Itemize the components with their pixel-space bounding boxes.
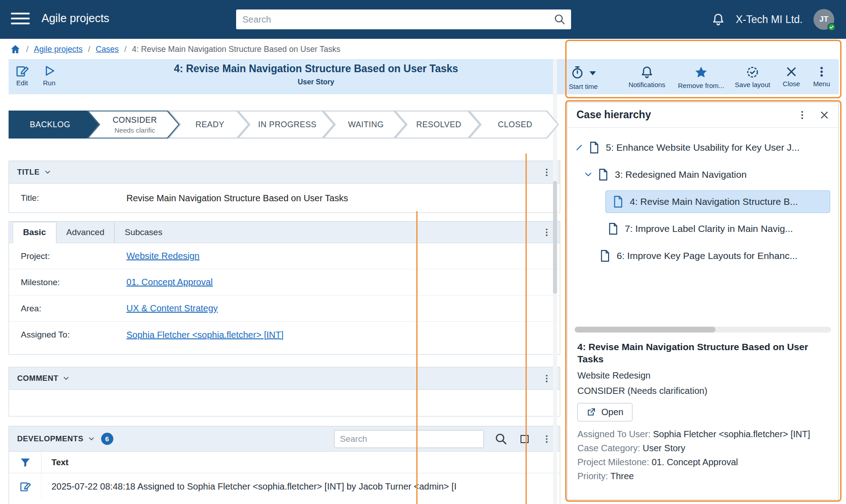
info-project-milestone: Project Milestone: 01. Concept Approval: [577, 456, 828, 468]
document-icon: [612, 195, 624, 208]
tab-subcases[interactable]: Subcases: [114, 222, 172, 243]
field-row-area: Area: UX & Content Strategy: [9, 296, 560, 322]
breadcrumb-current: 4: Revise Main Navigation Structure Base…: [132, 45, 340, 54]
basic-fields: Project: Website Redesign Milestone: 01.…: [9, 243, 560, 348]
count-badge: 6: [101, 433, 113, 445]
user-avatar[interactable]: JT: [813, 9, 834, 30]
app-title: Agile projects: [42, 12, 109, 25]
workflow-stage-consider[interactable]: CONSIDER Needs clarific: [87, 111, 180, 139]
edit-button[interactable]: Edit: [10, 64, 34, 87]
chevron-down-icon[interactable]: [44, 169, 51, 176]
tree-item-6[interactable]: 6: Improve Key Page Layouts for Enhanc..…: [567, 242, 838, 269]
tree-item-label: 3: Redesigned Main Navigation: [615, 169, 747, 180]
comment-section: COMMENT: [9, 367, 560, 416]
tree-item-5[interactable]: 5: Enhance Website Usability for Key Use…: [567, 134, 838, 161]
tab-advanced[interactable]: Advanced: [56, 222, 115, 243]
workflow-stage-in-progress[interactable]: IN PROGRESS: [237, 111, 335, 139]
field-label: Assigned To:: [21, 330, 126, 340]
stopwatch-icon: [571, 65, 584, 81]
development-row-text: 2025-07-22 08:48:18 Assigned to Sophia F…: [42, 481, 560, 492]
milestone-link[interactable]: 01. Concept Approval: [126, 277, 213, 287]
workflow-stage-backlog[interactable]: BACKLOG: [9, 111, 99, 139]
global-search: [236, 9, 571, 29]
online-status-icon: [827, 23, 836, 31]
save-layout-button[interactable]: Save layout: [728, 65, 777, 88]
chevron-down-icon[interactable]: [584, 170, 593, 179]
developments-table-header: Text: [9, 452, 560, 473]
section-title: COMMENT: [17, 374, 58, 383]
search-icon[interactable]: [495, 433, 507, 445]
field-row-milestone: Milestone: 01. Concept Approval: [9, 269, 560, 296]
seal-check-icon: [728, 65, 777, 79]
start-time-button[interactable]: Start time: [556, 65, 610, 90]
tree-item-4-selected[interactable]: 4: Revise Main Navigation Structure B...: [567, 188, 838, 215]
field-label: Project:: [21, 251, 126, 261]
assigned-to-link[interactable]: Sophia Fletcher <sophia.fletcher> [INT]: [126, 330, 284, 340]
select-all-icon[interactable]: [519, 434, 530, 444]
remove-from-label: Remove from...: [677, 82, 725, 89]
expander-icon[interactable]: [575, 143, 584, 152]
home-icon[interactable]: [10, 44, 21, 55]
comment-section-header[interactable]: COMMENT: [9, 367, 560, 390]
tree-item-3[interactable]: 3: Redesigned Main Navigation: [567, 161, 838, 188]
kebab-menu-icon[interactable]: [542, 374, 552, 384]
tab-basic[interactable]: Basic: [13, 222, 56, 243]
save-layout-label: Save layout: [728, 81, 777, 88]
tabs-bar: Basic Advanced Subcases: [9, 222, 560, 243]
tree-item-label: 5: Enhance Website Usability for Key Use…: [606, 142, 800, 153]
stage-sublabel: Needs clarific: [114, 126, 155, 134]
kebab-menu-icon[interactable]: [797, 110, 808, 120]
field-row-project: Project: Website Redesign: [9, 243, 560, 269]
developments-search-input[interactable]: [335, 434, 483, 444]
tree-item-7[interactable]: 7: Improve Label Clarity in Main Navig..…: [567, 215, 838, 242]
table-row[interactable]: 2025-07-22 08:48:18 Assigned to Sophia F…: [9, 473, 560, 499]
scrollbar-thumb[interactable]: [575, 327, 716, 333]
notifications-bell-icon[interactable]: [711, 13, 725, 26]
close-icon[interactable]: [819, 110, 829, 120]
start-time-label: Start time: [556, 83, 610, 90]
project-link[interactable]: Website Redesign: [126, 251, 200, 261]
tree-item-label: 6: Improve Key Page Layouts for Enhanc..…: [617, 250, 797, 261]
workflow-stage-resolved[interactable]: RESOLVED: [395, 111, 480, 139]
run-button[interactable]: Run: [37, 64, 61, 87]
breadcrumb-separator: /: [88, 45, 90, 54]
workflow-stage-ready[interactable]: READY: [168, 111, 249, 139]
organization-name: X-Tech MI Ltd.: [736, 14, 803, 26]
kebab-menu-icon[interactable]: [542, 434, 552, 444]
notifications-button[interactable]: Notifications: [622, 65, 672, 88]
kebab-menu-icon[interactable]: [542, 227, 552, 237]
developments-search: [334, 430, 484, 448]
area-link[interactable]: UX & Content Strategy: [126, 303, 218, 314]
breadcrumb-separator: /: [26, 45, 28, 54]
chevron-down-icon[interactable]: [63, 375, 70, 382]
open-button[interactable]: Open: [577, 403, 632, 421]
case-type: User Story: [126, 78, 506, 86]
tree-item-label: 7: Improve Label Clarity in Main Navig..…: [625, 223, 793, 234]
workflow-stage-waiting[interactable]: WAITING: [323, 111, 406, 139]
case-tree: 5: Enhance Website Usability for Key Use…: [567, 128, 838, 269]
filter-icon[interactable]: [9, 452, 42, 473]
kebab-icon: [806, 65, 837, 78]
horizontal-scrollbar[interactable]: [575, 327, 831, 333]
hamburger-menu-icon[interactable]: [11, 13, 30, 24]
kebab-menu-icon[interactable]: [542, 167, 552, 177]
breadcrumb-link-agile-projects[interactable]: Agile projects: [34, 45, 83, 54]
title-field-row: Title: Revise Main Navigation Structure …: [9, 184, 560, 213]
global-search-input[interactable]: [236, 14, 554, 25]
start-time-dropdown-icon[interactable]: [590, 71, 596, 75]
close-button[interactable]: Close: [774, 65, 809, 88]
remove-from-button[interactable]: Remove from...: [677, 65, 725, 89]
document-icon: [607, 222, 619, 236]
search-icon[interactable]: [554, 14, 566, 25]
document-icon: [597, 168, 609, 181]
avatar-initials: JT: [819, 15, 828, 24]
chevron-down-icon[interactable]: [88, 435, 95, 442]
scrollbar-thumb[interactable]: [553, 181, 557, 294]
topbar-right-cluster: X-Tech MI Ltd. JT: [711, 0, 834, 39]
title-section-header[interactable]: TITLE: [9, 161, 560, 184]
info-case-category: Case Category: User Story: [577, 442, 828, 454]
menu-button[interactable]: Menu: [806, 65, 837, 88]
workflow-stage-closed[interactable]: CLOSED: [469, 111, 559, 139]
edit-icon[interactable]: [9, 473, 42, 499]
breadcrumb-link-cases[interactable]: Cases: [96, 45, 119, 54]
